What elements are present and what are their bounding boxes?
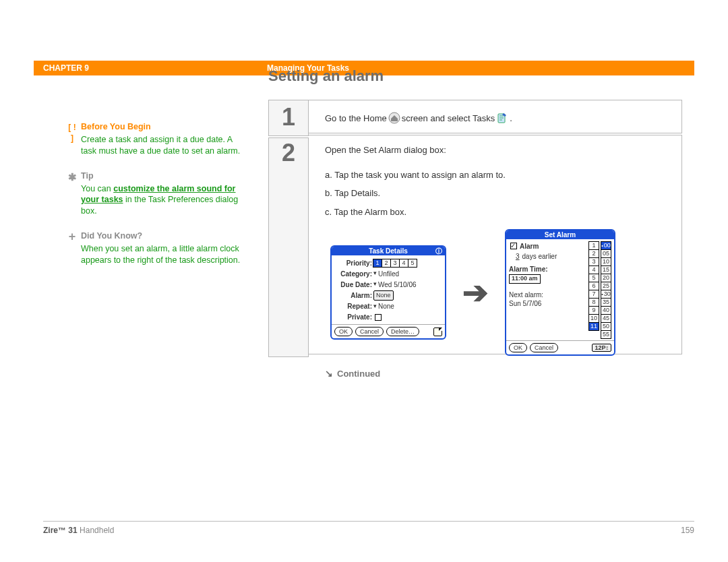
chevron-down-icon[interactable]: ▾ bbox=[373, 269, 377, 278]
ok-button[interactable]: OK bbox=[509, 343, 527, 352]
page-title: Setting an alarm bbox=[268, 67, 682, 85]
step1-mid: screen and select Tasks bbox=[402, 113, 495, 123]
product-name: Zire™ 31 Handheld bbox=[43, 526, 114, 535]
category-label: Category: bbox=[336, 269, 373, 279]
ok-button[interactable]: OK bbox=[334, 327, 353, 336]
days-suffix: days earlier bbox=[522, 252, 557, 261]
continued-indicator: ↘Continued bbox=[325, 368, 668, 379]
next-alarm-label: Next alarm: bbox=[509, 290, 587, 299]
alarm-label: Alarm: bbox=[336, 290, 373, 301]
task-details-dialog: Task Details ⓘ Priority: 1 2 bbox=[330, 245, 446, 340]
alarm-time-label: Alarm Time: bbox=[509, 265, 587, 274]
step-2-body: Open the Set Alarm dialog box: a. Tap th… bbox=[309, 135, 682, 354]
set-alarm-dialog: Set Alarm Alarm 3 bbox=[505, 229, 615, 356]
note-icon[interactable] bbox=[433, 327, 442, 336]
tip-block: ✱ Tip You can customize the alarm sound … bbox=[81, 170, 243, 218]
chapter-label: CHAPTER 9 bbox=[34, 63, 267, 73]
alarm-checkbox[interactable] bbox=[510, 243, 517, 249]
step-1-number: 1 bbox=[268, 100, 309, 136]
alarm-value-button[interactable]: None bbox=[373, 290, 394, 301]
private-checkbox[interactable] bbox=[375, 314, 382, 321]
step2-c: c. Tap the Alarm box. bbox=[325, 203, 668, 221]
priority-selector[interactable]: 1 2 3 4 5 bbox=[373, 259, 417, 268]
duedate-label: Due Date: bbox=[336, 280, 373, 290]
arrow-right-icon: ➔ bbox=[462, 274, 489, 311]
step2-lead: Open the Set Alarm dialog box: bbox=[325, 145, 668, 155]
tasks-icon bbox=[496, 112, 508, 124]
page-number: 159 bbox=[681, 526, 694, 535]
alarm-time-value[interactable]: 11:00 am bbox=[509, 274, 541, 284]
chevron-down-icon[interactable]: ▾ bbox=[373, 280, 377, 289]
minutes-column[interactable]: 000510152025303540455055 bbox=[601, 242, 611, 339]
plus-icon: + bbox=[66, 228, 78, 245]
alert-icon: [ ! ] bbox=[66, 122, 78, 144]
cancel-button[interactable]: Cancel bbox=[530, 343, 558, 352]
priority-label: Priority: bbox=[336, 258, 373, 268]
dyk-heading: Did You Know? bbox=[81, 231, 142, 241]
sidebar: [ ! ] Before You Begin Create a task and… bbox=[81, 121, 243, 357]
continued-arrow-icon: ↘ bbox=[325, 368, 333, 379]
page-footer: Zire™ 31 Handheld 159 bbox=[43, 521, 694, 535]
next-alarm-value: Sun 5/7/06 bbox=[509, 299, 587, 308]
ampm-toggle[interactable]: 12P↕ bbox=[592, 344, 611, 352]
days-value[interactable]: 3 bbox=[516, 252, 520, 261]
alarm-check-label: Alarm bbox=[520, 242, 539, 251]
home-icon bbox=[388, 112, 400, 124]
tip-pre: You can bbox=[81, 184, 113, 193]
repeat-label: Repeat: bbox=[336, 301, 373, 311]
chevron-down-icon[interactable]: ▾ bbox=[373, 302, 377, 311]
hours-column[interactable]: 1234567891011 bbox=[588, 242, 599, 339]
step1-pre: Go to the Home bbox=[325, 113, 387, 123]
cancel-button[interactable]: Cancel bbox=[355, 327, 384, 336]
main-content: Setting an alarm 1 2 Go to the Home scre… bbox=[268, 121, 682, 357]
before-you-begin: [ ! ] Before You Begin Create a task and… bbox=[81, 121, 243, 157]
delete-button[interactable]: Delete… bbox=[386, 327, 419, 336]
step-1-body: Go to the Home screen and select Tasks . bbox=[309, 100, 682, 133]
step1-post: . bbox=[510, 113, 512, 123]
category-value[interactable]: Unfiled bbox=[378, 269, 399, 279]
tip-heading: Tip bbox=[81, 171, 94, 181]
set-alarm-title: Set Alarm bbox=[506, 230, 614, 239]
before-heading: Before You Begin bbox=[81, 122, 151, 131]
private-label: Private: bbox=[336, 312, 373, 322]
task-details-title: Task Details ⓘ bbox=[332, 247, 445, 255]
duedate-value[interactable]: Wed 5/10/06 bbox=[378, 280, 417, 290]
step2-a: a. Tap the task you want to assign an al… bbox=[325, 166, 668, 184]
asterisk-icon: ✱ bbox=[66, 170, 78, 184]
tip-body: You can customize the alarm sound for yo… bbox=[81, 183, 243, 218]
did-you-know-block: + Did You Know? When you set an alarm, a… bbox=[81, 230, 243, 266]
dyk-body: When you set an alarm, a little alarm cl… bbox=[81, 243, 243, 266]
info-icon[interactable]: ⓘ bbox=[435, 247, 442, 255]
step-2-number: 2 bbox=[268, 137, 309, 357]
before-body: Create a task and assign it a due date. … bbox=[81, 134, 243, 157]
step2-b: b. Tap Details. bbox=[325, 184, 668, 202]
minute-cell[interactable]: 55 bbox=[601, 330, 611, 339]
repeat-value[interactable]: None bbox=[378, 301, 394, 311]
hour-cell[interactable]: 11 bbox=[588, 322, 599, 331]
